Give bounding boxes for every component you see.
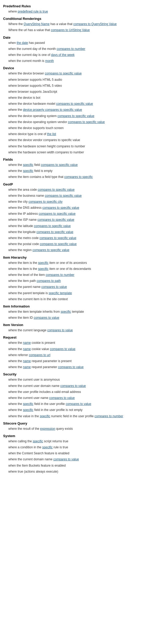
link-geoip-3-1[interactable]: compares to specific value [42, 206, 79, 210]
text-item-hierarchy-2-0: where the level of the item [8, 273, 46, 277]
text-sitecore-query-0-2: query exists [55, 427, 73, 431]
link-fields-2-1[interactable]: compares to specific [64, 175, 93, 179]
link-geoip-7-1[interactable]: compares to specific value [36, 230, 73, 234]
link-date-2-1[interactable]: days of the week [51, 53, 74, 57]
section-title-conditional-renderings: Conditional Renderings [3, 17, 140, 21]
list-item: where the city compares to specific city [3, 199, 140, 205]
text-security-2-0: where the user profile includes a valid … [8, 390, 81, 394]
link-request-3-1[interactable]: name [23, 359, 31, 363]
text-system-3-0: where the current domain name [8, 457, 53, 461]
link-security-6-3[interactable]: compares to number [95, 414, 123, 418]
text-request-0-2: cookie is present [31, 341, 55, 345]
link-item-hierarchy-2-1[interactable]: compares to number [46, 273, 74, 277]
text-conditional-renderings-1-0: Where the url has a value that [8, 28, 51, 32]
text-device-1-0: where browser supports HTML 5 audio [8, 78, 62, 82]
link-geoip-1-1[interactable]: compares to specific value [45, 194, 82, 198]
link-request-4-3[interactable]: compares to value [58, 365, 84, 369]
list-item: where the item ID compares to value [3, 315, 140, 321]
link-device-6-1[interactable]: device property compares to specific val… [23, 108, 82, 112]
list-item: where the longitude compares to specific… [3, 229, 140, 235]
link-geoip-2-1[interactable]: compares to specific city [28, 200, 63, 204]
text-request-0-0: where the [8, 341, 23, 345]
list-item: where a condition in the specific rule i… [3, 444, 140, 450]
link-item-hierarchy-3-1[interactable]: compares to path [37, 279, 61, 283]
link-conditional-renderings-0-3[interactable]: compares to QueryString Value [73, 22, 117, 26]
link-item-information-0-1[interactable]: specific [61, 310, 71, 314]
link-device-10-1[interactable]: the list [47, 132, 56, 136]
list-item: where the device vendor compares to spec… [3, 137, 140, 143]
link-geoip-4-1[interactable]: compares to specific value [39, 212, 76, 216]
text-item-hierarchy-6-0: where the current item is in the site co… [8, 297, 68, 301]
list-item: where the current user is anonymous [3, 377, 140, 383]
section-system: Systemwhere calling the specific script … [3, 434, 140, 475]
list-item: where the current domain name compares t… [3, 456, 140, 462]
link-device-8-1[interactable]: compares to specific value [68, 120, 105, 124]
link-security-3-1[interactable]: compares to value [49, 396, 75, 400]
link-security-4-1[interactable]: specific [23, 402, 33, 406]
link-date-1-1[interactable]: compares to number [57, 47, 85, 51]
link-item-version-0-1[interactable]: compares to value [47, 328, 73, 332]
link-conditional-renderings-1-1[interactable]: compares to UrlString Value [51, 28, 90, 32]
link-device-5-1[interactable]: compares to specific value [56, 102, 93, 106]
link-request-4-1[interactable]: name [23, 365, 31, 369]
link-security-5-1[interactable]: specific [23, 408, 33, 412]
link-fields-0-3[interactable]: compares to specific value [41, 163, 78, 167]
text-system-2-0: when the Content Search feature is enabl… [8, 451, 69, 455]
list-item: where the item template inherits from sp… [3, 309, 140, 315]
link-sitecore-query-0-1[interactable]: expression [40, 427, 55, 431]
link-request-2-1[interactable]: compares to url [29, 353, 51, 357]
text-fields-1-0: where the [8, 169, 23, 173]
link-item-hierarchy-0-1[interactable]: specific [38, 261, 48, 265]
link-security-1-1[interactable]: compares to value [60, 384, 86, 388]
text-device-2-0: where browser supports HTML 5 video [8, 84, 62, 88]
link-predefined-rules-0-1[interactable]: predefined rule is true [18, 10, 48, 13]
link-device-7-1[interactable]: compares to specific value [58, 114, 94, 118]
text-conditional-renderings-0-0: Where the [8, 22, 24, 26]
list-item: where browser supports HTML 5 audio [3, 77, 140, 83]
link-request-1-1[interactable]: name [23, 347, 31, 351]
list-item: where the specific field compares to spe… [3, 162, 140, 168]
list-item: where the current user domain name compa… [3, 383, 140, 389]
link-item-hierarchy-5-1[interactable]: specific template [49, 291, 72, 295]
text-item-hierarchy-0-2: item or one of its ancestors [48, 261, 87, 265]
link-system-1-1[interactable]: specific [42, 445, 53, 449]
link-security-6-1[interactable]: specific [40, 414, 50, 418]
link-geoip-0-1[interactable]: compares to specific value [38, 188, 74, 192]
list-item: where the item contains a field type tha… [3, 174, 140, 180]
link-device-0-1[interactable]: compares to specific value [45, 72, 82, 75]
section-fields: Fieldswhere the specific field compares … [3, 158, 140, 180]
list-item: where the parent template is specific te… [3, 290, 140, 296]
list-item: where the device browser compares to spe… [3, 71, 140, 77]
link-system-0-1[interactable]: specific [33, 439, 43, 443]
list-item: where calling the specific script return… [3, 438, 140, 444]
link-date-3-1[interactable]: month [45, 59, 54, 63]
link-item-hierarchy-1-1[interactable]: specific [38, 267, 48, 271]
section-title-fields: Fields [3, 158, 140, 161]
link-security-4-3[interactable]: compares to value [66, 402, 91, 406]
text-security-6-0: where the value in the [8, 414, 40, 418]
list-item: where browser supports HTML 5 video [3, 83, 140, 89]
link-date-0-1[interactable]: the date [17, 41, 28, 45]
list-item: where the result of the expression query… [3, 426, 140, 432]
list-item: where the level of the item compares to … [3, 272, 140, 278]
link-item-information-1-1[interactable]: compares to value [34, 316, 59, 320]
link-request-0-1[interactable]: name [23, 341, 31, 345]
text-security-3-0: where the current user name [8, 396, 49, 400]
link-request-1-3[interactable]: compares to value [50, 347, 75, 351]
link-item-hierarchy-4-1[interactable]: compares to value [41, 285, 67, 289]
section-title-request: Request [3, 335, 140, 339]
list-item: where the area code compares to specific… [3, 187, 140, 193]
link-system-3-1[interactable]: compares to value [53, 457, 79, 461]
link-geoip-6-1[interactable]: compares to specific value [34, 224, 71, 228]
link-conditional-renderings-0-1[interactable]: QueryString Name [24, 22, 49, 26]
list-item: where the name cookie value compares to … [3, 346, 140, 352]
main-container: Predefined Ruleswhere predefined rule is… [0, 0, 143, 478]
link-geoip-10-1[interactable]: compares to specific value [33, 248, 69, 252]
link-fields-0-1[interactable]: specific [23, 163, 33, 167]
link-geoip-8-1[interactable]: compares to specific value [39, 236, 76, 240]
link-fields-1-1[interactable]: specific [23, 169, 33, 173]
list-item: where the item is the specific item or o… [3, 266, 140, 272]
link-geoip-9-1[interactable]: compares to specific value [40, 242, 77, 246]
list-item: where the user profile includes a valid … [3, 389, 140, 395]
link-geoip-5-1[interactable]: compares to specific value [38, 218, 74, 222]
